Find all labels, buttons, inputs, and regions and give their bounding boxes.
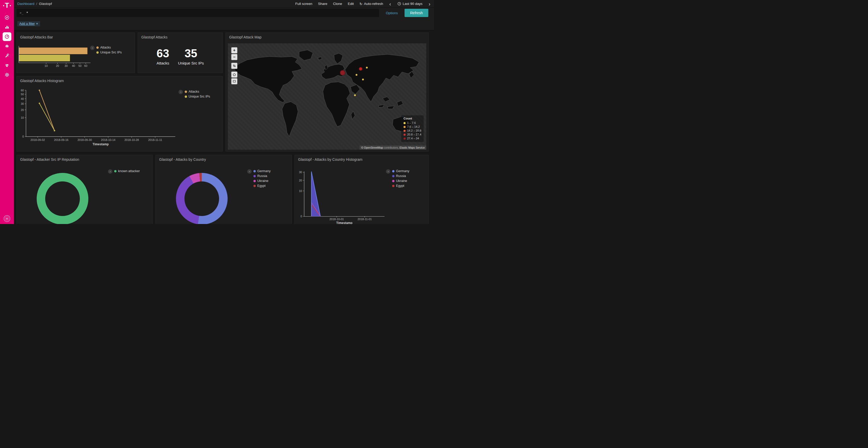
metric: 35Unique Src IPs [178, 48, 204, 65]
telekom-logo: T [3, 2, 11, 9]
map-legend-row: 20.8 – 27.4 [404, 133, 421, 137]
heartbeat-icon [4, 63, 9, 68]
chart-legend: ›known attacker [108, 169, 140, 174]
map-marker [355, 74, 357, 76]
panel-src-ip-reputation: Glastopf - Attacker Src IP Reputation ›k… [17, 155, 153, 224]
draw-rectangle-button[interactable] [231, 78, 238, 84]
clone-button[interactable]: Clone [333, 2, 342, 6]
legend-item[interactable]: Attacks [96, 46, 122, 49]
legend-item[interactable]: Germany [392, 169, 409, 173]
svg-text:50: 50 [78, 64, 82, 67]
share-button[interactable]: Share [318, 2, 327, 6]
legend-toggle-button[interactable]: › [247, 169, 252, 174]
legend-items: known attacker [114, 169, 140, 173]
legend-color-dot [114, 170, 117, 172]
options-button[interactable]: Options [384, 11, 399, 15]
gauge-icon [3, 32, 11, 41]
legend-color-dot [96, 51, 99, 54]
sidebar-item-visualize[interactable] [0, 22, 14, 32]
metric-label: Unique Src IPs [178, 61, 204, 65]
zoom-out-button[interactable]: − [231, 54, 238, 60]
query-value: * [26, 11, 28, 15]
legend-item[interactable]: known attacker [114, 169, 140, 173]
svg-text:2018-09-30: 2018-09-30 [78, 138, 92, 141]
clock-icon [397, 2, 401, 6]
legend-label: Germany [396, 169, 409, 173]
auto-refresh-label: Auto-refresh [364, 2, 383, 6]
country-donut-chart [176, 173, 227, 224]
add-filter-button[interactable]: Add a filter + [17, 21, 40, 26]
edit-button[interactable]: Edit [348, 2, 354, 6]
time-back-button[interactable]: ‹ [389, 1, 392, 6]
time-range-label: Last 90 days [403, 2, 423, 6]
sidebar-item-robot[interactable] [0, 41, 14, 51]
legend-item[interactable]: Unique Src IPs [96, 50, 122, 54]
panel-attacks-by-country-histogram: Glastopf - Attacks by Country Histogram … [294, 155, 429, 224]
metric-row: 63Attacks35Unique Src IPs [138, 48, 222, 65]
fit-bounds-button[interactable] [231, 63, 238, 69]
breadcrumb-separator: / [36, 2, 37, 6]
svg-text:10: 10 [45, 64, 48, 67]
map-legend-color-dot [404, 134, 406, 136]
map-marker [340, 70, 345, 76]
map-legend-row: 1 – 7.6 [404, 121, 421, 125]
legend-item[interactable]: Ukraine [253, 179, 271, 183]
add-filter-label: Add a filter [20, 22, 35, 26]
auto-refresh-button[interactable]: ↻ Auto-refresh [359, 2, 383, 6]
sidebar-item-dashboard[interactable] [0, 32, 14, 41]
elastic-maps-link[interactable]: Elastic Maps Service [400, 146, 425, 149]
osm-attribution-link[interactable]: © OpenStreetMap [361, 146, 383, 149]
legend-label: Ukraine [396, 179, 407, 183]
sidebar-item-monitoring[interactable] [0, 60, 14, 70]
sidebar-item-discover[interactable] [0, 13, 14, 22]
svg-text:30: 30 [65, 64, 68, 67]
chart-legend: ›AttacksUnique Src IPs [90, 46, 122, 54]
legend-item[interactable]: Ukraine [392, 179, 409, 183]
legend-toggle-button[interactable]: › [90, 46, 95, 50]
attacks-histogram-chart: 01020304050602018-09-022018-09-162018-09… [17, 76, 222, 151]
legend-color-dot [392, 175, 395, 177]
draw-polygon-button[interactable] [231, 71, 238, 78]
legend-color-dot [392, 185, 395, 187]
sidebar-item-dev-tools[interactable] [0, 51, 14, 60]
legend-toggle-button[interactable]: › [386, 169, 390, 174]
breadcrumb-dashboard-link[interactable]: Dashboard [17, 2, 34, 6]
compass-icon [4, 15, 9, 20]
app-sidebar: T « [0, 0, 14, 224]
wrench-icon [4, 53, 9, 58]
time-picker[interactable]: Last 90 days [397, 2, 423, 6]
svg-text:2018-09-16: 2018-09-16 [54, 138, 68, 141]
full-screen-button[interactable]: Full screen [295, 2, 312, 6]
panel-title: Glastopf - Attacks by Country [156, 155, 291, 164]
plus-icon: + [36, 22, 38, 26]
search-input[interactable]: >_ * [17, 9, 379, 17]
query-bar: >_ * Options Refresh [14, 8, 434, 18]
world-map[interactable]: + − Count 1 – 7.67.6 – 14.214.2 – 20.820… [228, 43, 426, 150]
sidebar-collapse-button[interactable]: « [4, 215, 10, 222]
legend-item[interactable]: Russia [253, 174, 271, 178]
legend-toggle-button[interactable]: › [179, 90, 183, 94]
legend-color-dot [253, 185, 256, 187]
map-legend-color-dot [404, 130, 406, 132]
legend-item[interactable]: Egypt [392, 184, 409, 187]
svg-text:2018-11-11: 2018-11-11 [148, 138, 162, 141]
legend-item[interactable]: Germany [253, 169, 271, 173]
topbar: Dashboard / Glastopf Full screen Share C… [14, 0, 434, 8]
refresh-button[interactable]: Refresh [405, 9, 428, 17]
svg-text:20: 20 [21, 108, 24, 111]
zoom-in-button[interactable]: + [231, 47, 238, 54]
legend-item[interactable]: Egypt [253, 184, 271, 187]
legend-color-dot [392, 170, 395, 172]
map-legend-row: 14.2 – 20.8 [404, 129, 421, 133]
legend-toggle-button[interactable]: › [108, 169, 113, 174]
svg-text:30: 30 [21, 102, 24, 105]
legend-item[interactable]: Attacks [185, 90, 210, 94]
reputation-donut-chart [37, 173, 88, 224]
svg-text:0: 0 [22, 135, 24, 138]
legend-item[interactable]: Russia [392, 174, 409, 178]
country-histogram-chart: 01020302018-10-012018-11-01Timestamp [295, 155, 428, 224]
legend-item[interactable]: Unique Src IPs [185, 95, 210, 98]
time-forward-button[interactable]: › [428, 1, 431, 6]
logo-dot [10, 5, 11, 6]
sidebar-item-management[interactable] [0, 70, 14, 79]
